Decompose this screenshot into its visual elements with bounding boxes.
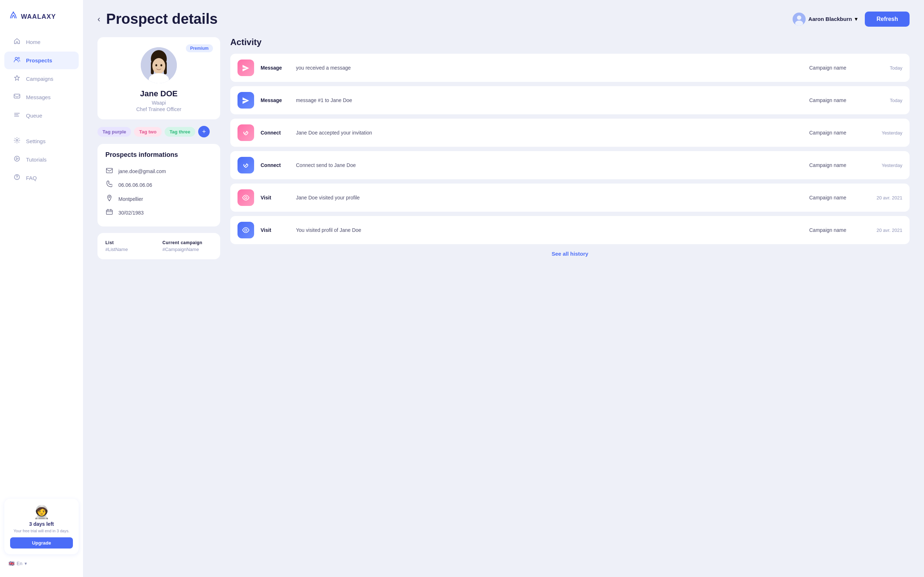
activity-item: Message you received a message Campaign … (230, 54, 909, 82)
activity-campaign-3: Campaign name (809, 162, 860, 168)
avatar (793, 13, 806, 26)
svg-point-21 (161, 64, 162, 66)
svg-point-1 (15, 57, 17, 60)
phone-icon (105, 181, 113, 189)
sidebar-item-faq[interactable]: FAQ (4, 169, 79, 187)
sidebar-item-queue[interactable]: Queue (4, 107, 79, 124)
campaigns-icon (13, 75, 21, 83)
profile-card: Premium (97, 37, 220, 119)
top-bar-left: ‹ Prospect details (97, 11, 218, 27)
left-panel: Premium (97, 37, 220, 259)
profile-company: Waapi (152, 100, 166, 106)
svg-point-13 (797, 16, 801, 20)
activity-time-3: Yesterday (866, 163, 902, 168)
list-column: List #ListName (105, 240, 155, 252)
svg-rect-23 (107, 168, 113, 173)
sidebar-label-campaigns: Campaigns (26, 76, 53, 82)
svg-point-8 (15, 156, 19, 161)
profile-name: Jane DOE (140, 89, 178, 98)
sidebar-item-campaigns[interactable]: Campaigns (4, 70, 79, 88)
messages-icon (13, 93, 21, 102)
connect-blue-icon (242, 161, 250, 169)
refresh-button[interactable]: Refresh (865, 11, 909, 27)
activity-desc-2: Jane Doe accepted your invitation (296, 130, 803, 135)
prospects-icon (13, 56, 21, 64)
logo-icon (9, 11, 18, 23)
nav: Home Prospects Campaigns (0, 32, 83, 187)
activity-item: Visit Jane Doe visited your profile Camp… (230, 184, 909, 212)
logo: WAALAXY (0, 7, 83, 32)
activity-list: Message you received a message Campaign … (230, 54, 909, 244)
profile-avatar (141, 47, 177, 83)
svg-point-24 (109, 196, 110, 198)
activity-desc-0: you received a message (296, 65, 803, 71)
svg-point-11 (16, 178, 17, 179)
page-title: Prospect details (106, 11, 218, 27)
sidebar: WAALAXY Home Prospects (0, 0, 83, 577)
location-value: Montpellier (118, 196, 143, 202)
language-label: En (16, 561, 23, 566)
svg-point-0 (13, 11, 14, 13)
activity-desc-3: Connect send to Jane Doe (296, 162, 803, 168)
prospect-info-card: Prospects informations jane.doe@gmail.co… (97, 144, 220, 226)
sidebar-label-prospects: Prospects (26, 57, 52, 63)
connect-pink-icon (242, 129, 250, 137)
tutorials-icon (13, 155, 21, 164)
message-send-blue-icon (242, 97, 250, 104)
visit-blue-icon-wrap (237, 222, 254, 239)
user-name: Aaron Blackburn (809, 16, 852, 22)
logo-text: WAALAXY (21, 13, 56, 21)
premium-badge: Premium (186, 44, 213, 52)
connect-blue-icon-wrap (237, 157, 254, 174)
queue-icon (13, 111, 21, 120)
sidebar-item-prospects[interactable]: Prospects (4, 52, 79, 69)
sidebar-item-messages[interactable]: Messages (4, 89, 79, 106)
svg-point-2 (18, 57, 19, 59)
upgrade-button[interactable]: Upgrade (10, 537, 73, 548)
activity-campaign-0: Campaign name (809, 65, 860, 71)
activity-type-5: Visit (261, 227, 289, 233)
sidebar-label-tutorials: Tutorials (26, 156, 47, 163)
list-card-row: List #ListName Current campaign #Campaig… (105, 240, 212, 252)
back-button[interactable]: ‹ (97, 15, 100, 23)
list-value: #ListName (105, 247, 155, 252)
top-bar-right: Aaron Blackburn ▾ Refresh (793, 11, 909, 27)
trial-subtitle: Your free trial will end in 3 days. (10, 528, 73, 534)
sidebar-item-tutorials[interactable]: Tutorials (4, 151, 79, 168)
user-chevron-icon: ▾ (855, 16, 858, 23)
tag-purple[interactable]: Tag purple (97, 127, 131, 137)
user-badge[interactable]: Aaron Blackburn ▾ (793, 13, 858, 26)
activity-type-0: Message (261, 65, 289, 71)
svg-rect-25 (107, 210, 113, 214)
phone-value: 06.06.06.06.06 (118, 182, 152, 188)
activity-campaign-2: Campaign name (809, 130, 860, 135)
see-all-history[interactable]: See all history (230, 251, 909, 257)
email-row: jane.doe@gmail.com (105, 164, 212, 178)
activity-campaign-1: Campaign name (809, 97, 860, 103)
profile-role: Chef Trainee Officer (136, 106, 181, 112)
sidebar-item-home[interactable]: Home (4, 33, 79, 51)
content-area: Premium (97, 37, 909, 259)
svg-point-19 (152, 58, 165, 74)
birthday-icon (105, 209, 113, 216)
activity-time-1: Today (866, 98, 902, 103)
tag-pink[interactable]: Tag two (134, 127, 162, 137)
activity-item: Message message #1 to Jane Doe Campaign … (230, 86, 909, 114)
sidebar-item-settings[interactable]: Settings (4, 132, 79, 150)
activity-desc-5: You visited profil of Jane Doe (296, 227, 803, 233)
activity-type-2: Connect (261, 130, 289, 135)
add-tag-button[interactable]: + (198, 126, 210, 137)
flag-icon: 🇬🇧 (9, 561, 15, 566)
list-campaign-card: List #ListName Current campaign #Campaig… (97, 233, 220, 259)
activity-time-4: 20 avr. 2021 (866, 195, 902, 200)
home-icon (13, 38, 21, 46)
email-value: jane.doe@gmail.com (118, 168, 166, 174)
activity-time-5: 20 avr. 2021 (866, 227, 902, 233)
svg-rect-3 (14, 94, 20, 98)
tag-green[interactable]: Tag three (165, 127, 195, 137)
svg-point-29 (245, 197, 247, 199)
trial-title: 3 days left (10, 521, 73, 527)
settings-icon (13, 137, 21, 145)
language-selector[interactable]: 🇬🇧 En ▾ (4, 557, 79, 570)
top-bar: ‹ Prospect details Aaron Blackburn ▾ Ref… (97, 11, 909, 27)
